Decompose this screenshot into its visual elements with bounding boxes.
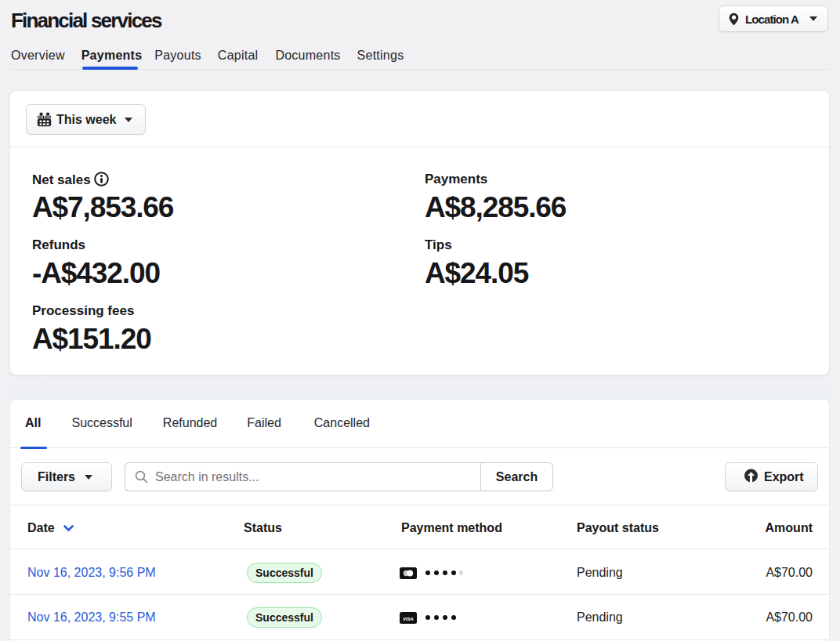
svg-text:VISA: VISA	[403, 616, 414, 621]
